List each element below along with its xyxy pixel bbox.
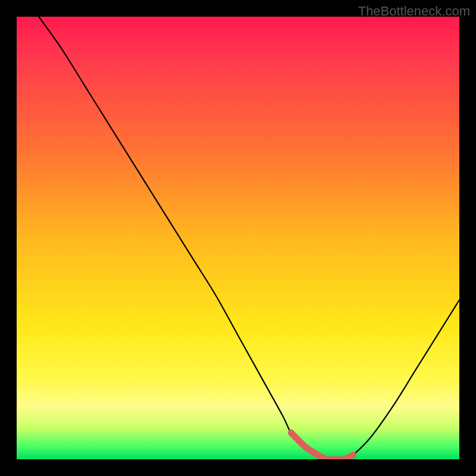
plot-area [17, 17, 459, 459]
chart-svg [17, 17, 459, 459]
watermark-text: TheBottleneck.com [358, 4, 470, 19]
bottleneck-curve [39, 17, 459, 459]
optimal-range-highlight [291, 433, 353, 459]
